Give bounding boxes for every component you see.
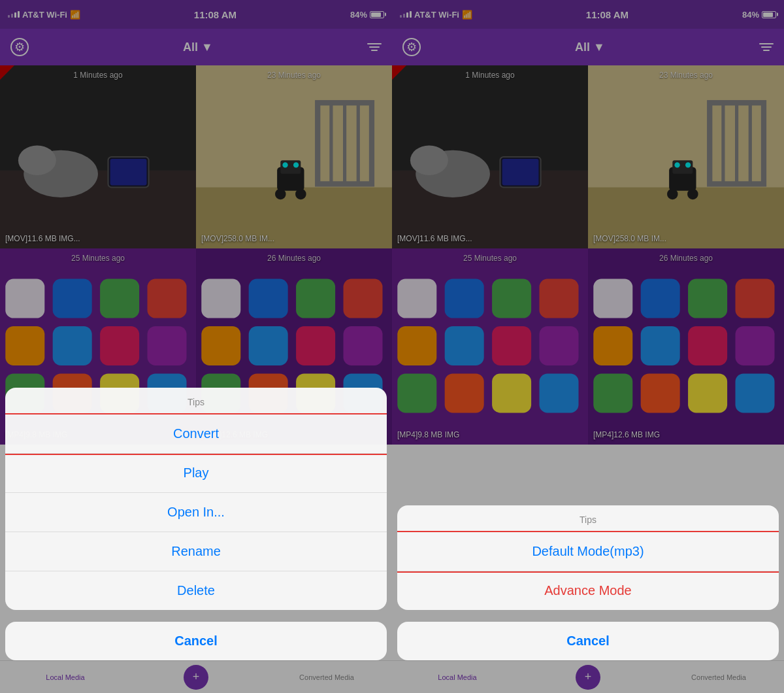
right-modal-overlay: Tips Default Mode(mp3) Advance Mode Canc…	[392, 0, 784, 693]
left-phone-panel: AT&T Wi-Fi 📶 11:08 AM 84% All ▼	[0, 0, 392, 693]
rename-button[interactable]: Rename	[5, 532, 387, 571]
left-action-sheet: Tips Convert Play Open In... Rename Dele…	[5, 388, 387, 610]
right-cancel-sheet: Cancel	[397, 622, 779, 660]
convert-button[interactable]: Convert	[5, 414, 387, 454]
modal-title-left: Tips	[5, 388, 387, 414]
default-mode-button[interactable]: Default Mode(mp3)	[397, 532, 779, 571]
right-cancel-button[interactable]: Cancel	[397, 622, 779, 660]
left-cancel-sheet: Cancel	[5, 622, 387, 660]
advance-mode-button[interactable]: Advance Mode	[397, 571, 779, 610]
delete-button[interactable]: Delete	[5, 571, 387, 610]
left-cancel-button[interactable]: Cancel	[5, 622, 387, 660]
right-action-sheet: Tips Default Mode(mp3) Advance Mode	[397, 505, 779, 610]
right-modal-title: Tips	[397, 505, 779, 532]
right-phone-panel: AT&T Wi-Fi 📶 11:08 AM 84% All ▼	[392, 0, 784, 693]
play-button[interactable]: Play	[5, 454, 387, 493]
left-modal-overlay: Tips Convert Play Open In... Rename Dele…	[0, 0, 392, 693]
open-in-button[interactable]: Open In...	[5, 493, 387, 532]
